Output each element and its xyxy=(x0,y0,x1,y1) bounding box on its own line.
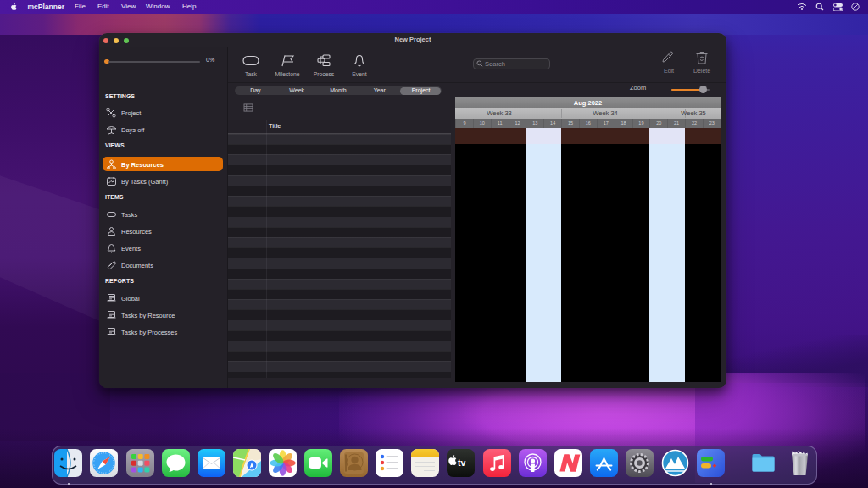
svg-text:tv: tv xyxy=(458,458,465,468)
